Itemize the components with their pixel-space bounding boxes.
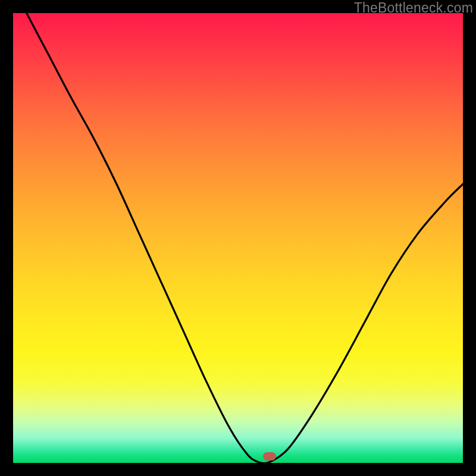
optimal-point-marker <box>263 452 276 461</box>
plot-area <box>13 13 463 463</box>
watermark-text: TheBottleneck.com <box>354 0 473 16</box>
chart-frame: TheBottleneck.com <box>0 0 476 476</box>
bottleneck-curve <box>13 13 463 463</box>
